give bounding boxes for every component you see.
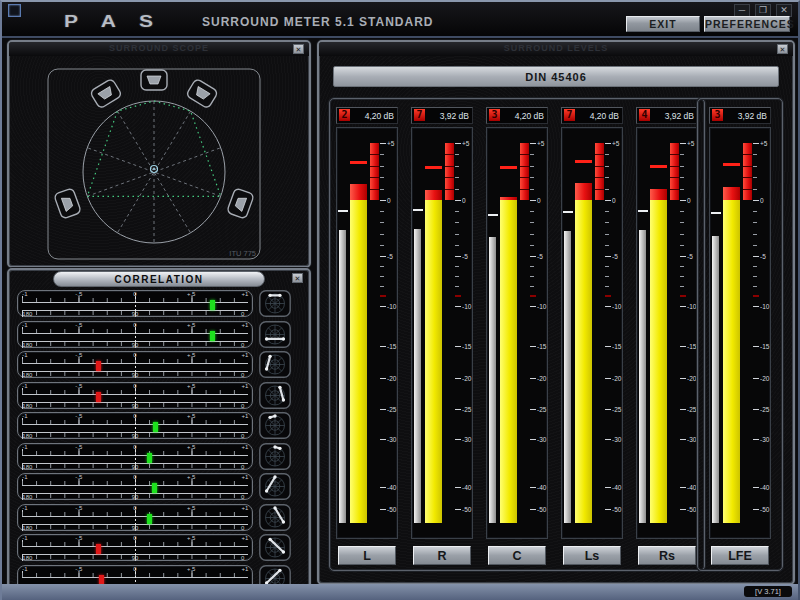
overs-counter: 4: [639, 109, 650, 121]
exit-button[interactable]: EXIT: [626, 16, 700, 32]
rms-bar: [712, 236, 719, 523]
scope-close-icon[interactable]: ✕: [293, 44, 304, 54]
scale-minor-tick: [530, 245, 534, 246]
correlation-row-L-Ls: -1-.50+.5+1180900: [17, 351, 291, 378]
scale-label: 0: [537, 197, 541, 204]
correlation-close-icon[interactable]: ✕: [292, 273, 303, 283]
meter-bar-Rs: +50-5-10-15-20-25-30-40-50: [636, 127, 698, 539]
corr-scale-top-label: -.5: [75, 535, 82, 541]
peak-hold-dash: [723, 163, 740, 166]
scale-label: -15: [760, 343, 769, 350]
scale-tick: [680, 378, 686, 379]
scale-minor-tick: [530, 276, 534, 277]
scale-minor-tick: [455, 177, 459, 178]
channel-button-C[interactable]: C: [488, 546, 546, 565]
meter-slot-C: 34,20 dB+50-5-10-15-20-25-30-40-50C: [486, 107, 548, 565]
corr-scale-top-label: 0: [133, 474, 136, 480]
scale-minor-tick: [605, 166, 609, 167]
peak-value: 3,92 dB: [665, 111, 694, 121]
scale-label: -25: [760, 406, 769, 413]
scale-label: -10: [462, 303, 471, 310]
correlation-rows: -1-.50+.5+1180900-1-.50+.5+1180900-1-.50…: [17, 290, 291, 595]
scale-minor-tick: [605, 154, 609, 155]
scale-tick: [455, 487, 461, 488]
scale-label: +5: [462, 140, 469, 147]
scale-label: -20: [387, 375, 396, 382]
scale-label: -50: [537, 506, 546, 513]
correlation-meter: -1-.50+.5+1180900: [17, 382, 253, 409]
scale-minor-tick: [753, 166, 757, 167]
corr-scale-bottom-label: 180: [22, 433, 32, 439]
correlation-indicator: [147, 514, 152, 524]
level-bar-yellow: [350, 200, 367, 523]
corr-scale-bottom-label: 90: [132, 525, 139, 531]
channel-button-L[interactable]: L: [338, 546, 396, 565]
corr-scale-top-label: +.5: [187, 413, 196, 419]
scale-minor-tick: [753, 189, 757, 190]
scale-minor-tick: [380, 276, 384, 277]
scale-label: -15: [537, 343, 546, 350]
corr-scale-bottom-label: 0: [241, 555, 244, 561]
preferences-button[interactable]: PREFERENCES: [704, 16, 790, 32]
channel-button-R[interactable]: R: [413, 546, 471, 565]
scale-tick: [605, 439, 611, 440]
scale-label: -20: [612, 375, 621, 382]
surround-scope-panel: SURROUND SCOPE ✕ ITU 775: [7, 40, 311, 268]
correlation-meter: -1-.50+.5+1180900: [17, 504, 253, 531]
corr-scale-top-label: -.5: [75, 566, 82, 572]
scale-tick: [605, 346, 611, 347]
pair-icon-Ls-Rs: [259, 321, 291, 348]
scale-label: -30: [462, 436, 471, 443]
levels-panel-titlebar: SURROUND LEVELS ✕: [319, 42, 793, 56]
peak-readout-R: 73,92 dB: [411, 107, 473, 124]
corr-scale-top-label: -.5: [75, 505, 82, 511]
scale-minor-tick: [380, 154, 384, 155]
peak-hold-dash: [650, 165, 667, 168]
channel-button-LFE[interactable]: LFE: [711, 546, 769, 565]
corr-scale-top-label: +.5: [187, 322, 196, 328]
scale-minor-tick: [455, 189, 459, 190]
scale-tick: [753, 346, 759, 347]
scale-tick: [680, 143, 686, 144]
correlation-indicator: [152, 483, 157, 493]
scale-tick: [605, 306, 611, 307]
scale-minor-tick: [455, 222, 459, 223]
app-icon[interactable]: [8, 4, 21, 17]
meter-mode-button[interactable]: DIN 45406: [333, 66, 779, 87]
peak-value: 3,92 dB: [738, 111, 767, 121]
level-bar-red: [650, 189, 667, 200]
corr-scale-top-label: +.5: [187, 566, 196, 572]
rms-peak-dash: [711, 212, 721, 214]
scale-minor-tick: [530, 211, 534, 212]
levels-close-icon[interactable]: ✕: [777, 44, 788, 54]
level-bar-red: [575, 183, 592, 200]
scale-label: -10: [687, 303, 696, 310]
scale-minor-tick: [530, 222, 534, 223]
scale-minor-tick: [530, 234, 534, 235]
speaker-icon: [54, 188, 82, 219]
scale-tick: [605, 509, 611, 510]
scale-label: +5: [537, 140, 544, 147]
corr-scale-top-label: +1: [242, 383, 249, 389]
channel-button-Rs[interactable]: Rs: [638, 546, 696, 565]
scale-tick: [605, 200, 611, 201]
scale-tick: [380, 509, 386, 510]
peak-value: 4,20 dB: [365, 111, 394, 121]
scale-minor-tick: [380, 211, 384, 212]
scale-label: -15: [387, 343, 396, 350]
channel-button-Ls[interactable]: Ls: [563, 546, 621, 565]
scale-tick: [455, 409, 461, 410]
corr-scale-top-label: -1: [22, 444, 27, 450]
scale-label: -10: [760, 303, 769, 310]
scale-minor-tick: [455, 266, 459, 267]
scale-label: -50: [462, 506, 471, 513]
peak-readout-Rs: 43,92 dB: [636, 107, 698, 124]
correlation-indicator: [210, 300, 215, 310]
meter-slot-Ls: 74,20 dB+50-5-10-15-20-25-30-40-50Ls: [561, 107, 623, 565]
scale-tick: [380, 409, 386, 410]
scale-minor-tick: [753, 286, 757, 287]
scale-minor-tick: [605, 234, 609, 235]
corr-scale-top-label: -.5: [75, 474, 82, 480]
scale-minor-tick: [605, 177, 609, 178]
corr-scale-top-label: +1: [242, 566, 249, 572]
